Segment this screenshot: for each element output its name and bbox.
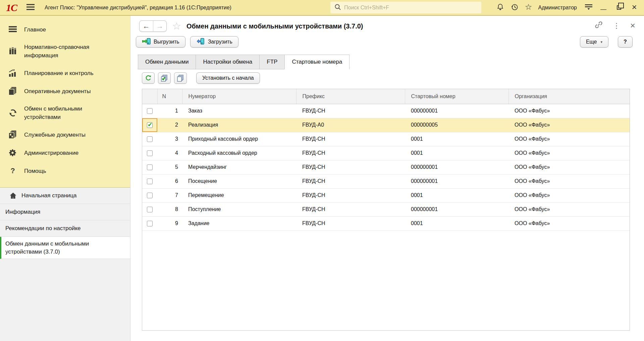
current-user[interactable]: Администратор <box>538 5 577 11</box>
get-link-button[interactable] <box>594 20 603 30</box>
nav-setup-recommendations[interactable]: Рекомендации по настройке <box>0 220 130 237</box>
forward-button[interactable]: → <box>153 21 166 31</box>
restore-button[interactable] <box>611 0 627 15</box>
table-row[interactable]: 5 Мерчендайзинг FВУД-СН 000000001 ООО «Ф… <box>142 160 630 174</box>
table-row[interactable]: 6 Посещение FВУД-СН 000000001 ООО «Фабус… <box>142 174 630 188</box>
nav-home-page[interactable]: Начальная страница <box>0 188 130 204</box>
numerator-cell[interactable]: Заказ <box>182 104 296 118</box>
prefix-cell[interactable]: FВУД-СН <box>296 160 405 174</box>
set-checkboxes-button[interactable] <box>158 72 171 84</box>
prefix-cell[interactable]: FВУД-СН <box>296 132 405 146</box>
row-checkbox[interactable] <box>147 179 153 184</box>
row-checkbox[interactable] <box>147 221 153 226</box>
clear-checkboxes-button[interactable] <box>174 72 187 84</box>
numerator-cell[interactable]: Перемещение <box>182 188 296 202</box>
user-menu-button[interactable] <box>582 0 596 15</box>
numerator-cell[interactable]: Приходный кассовый ордер <box>182 132 296 146</box>
close-panel-button[interactable]: × <box>630 21 635 30</box>
row-checkbox[interactable] <box>147 207 153 212</box>
row-checkbox[interactable] <box>147 150 153 156</box>
history-icon <box>511 3 519 12</box>
table-row[interactable]: 7 Перемещение FВУД-СН 0001 ООО «Фабус» <box>142 188 630 202</box>
row-checkbox[interactable] <box>147 108 153 114</box>
tab-ftp[interactable]: FTP <box>259 55 285 69</box>
sidebar-item-glavnoe[interactable]: Главное <box>0 20 130 39</box>
organization-cell[interactable]: ООО «Фабус» <box>508 202 630 216</box>
minimize-button[interactable]: — <box>596 0 611 15</box>
back-button[interactable]: ← <box>140 21 153 31</box>
favorites-button[interactable]: ☆ <box>522 0 536 15</box>
download-button[interactable]: Загрузить <box>190 36 238 48</box>
organization-cell[interactable]: ООО «Фабус» <box>508 174 630 188</box>
table-row[interactable]: 1 Заказ FВУД-СН 000000001 ООО «Фабус» <box>142 104 630 118</box>
organization-cell[interactable]: ООО «Фабус» <box>508 118 630 132</box>
upload-button[interactable]: Выгрузить <box>136 36 185 48</box>
global-search[interactable] <box>330 2 481 13</box>
organization-cell[interactable]: ООО «Фабус» <box>508 160 630 174</box>
start-number-cell[interactable]: 0001 <box>405 216 508 230</box>
prefix-cell[interactable]: FВУД-А0 <box>296 118 405 132</box>
add-to-favorites-button[interactable]: ☆ <box>172 21 181 31</box>
table-row[interactable]: 3 Приходный кассовый ордер FВУД-СН 0001 … <box>142 132 630 146</box>
prefix-cell[interactable]: FВУД-СН <box>296 146 405 160</box>
close-window-button[interactable]: × <box>627 0 642 15</box>
nav-information[interactable]: Информация <box>0 204 130 220</box>
nav-item-label: Информация <box>5 208 40 216</box>
prefix-cell[interactable]: FВУД-СН <box>296 174 405 188</box>
refresh-button[interactable] <box>142 72 155 84</box>
start-number-cell[interactable]: 000000001 <box>405 174 508 188</box>
start-number-cell[interactable]: 000000001 <box>405 160 508 174</box>
tab-exchange-settings[interactable]: Настройки обмена <box>196 55 260 69</box>
numerator-cell[interactable]: Поступление <box>182 202 296 216</box>
start-number-cell[interactable]: 000000001 <box>405 202 508 216</box>
main-menu-button[interactable] <box>26 3 35 12</box>
sidebar-item-nsi[interactable]: Нормативно-справочная информация <box>0 39 130 64</box>
start-number-cell[interactable]: 0001 <box>405 132 508 146</box>
more-button[interactable]: Еще ▾ <box>580 36 608 48</box>
notifications-button[interactable] <box>493 0 507 15</box>
help-button[interactable]: ? <box>618 36 633 48</box>
sidebar-item-help[interactable]: ? Помощь <box>0 162 130 180</box>
set-initial-button[interactable]: Установить с начала <box>196 72 260 84</box>
organization-cell[interactable]: ООО «Фабус» <box>508 132 630 146</box>
numerator-cell[interactable]: Расходный кассовый ордер <box>182 146 296 160</box>
prefix-cell[interactable]: FВУД-СН <box>296 188 405 202</box>
row-checkbox[interactable] <box>147 164 153 170</box>
prefix-cell[interactable]: FВУД-СН <box>296 216 405 230</box>
sidebar-item-service-docs[interactable]: Служебные документы <box>0 126 130 144</box>
numerator-cell[interactable]: Реализация <box>182 118 296 132</box>
sidebar-item-planning[interactable]: Планирование и контроль <box>0 64 130 82</box>
prefix-cell[interactable]: FВУД-СН <box>296 104 405 118</box>
start-number-cell[interactable]: 0001 <box>405 188 508 202</box>
more-actions-button[interactable]: ⋮ <box>613 22 620 29</box>
table-row[interactable]: 9 Задание FВУД-СН 0001 ООО «Фабус» <box>142 216 630 230</box>
table-row[interactable]: 2 Реализация FВУД-А0 000000005 ООО «Фабу… <box>142 118 630 132</box>
tab-data-exchange[interactable]: Обмен данными <box>138 55 196 69</box>
history-button[interactable] <box>507 0 522 15</box>
start-number-cell[interactable]: 000000001 <box>405 104 508 118</box>
sidebar-item-label: Планирование и контроль <box>24 69 94 77</box>
start-number-cell[interactable]: 0001 <box>405 146 508 160</box>
start-number-cell[interactable]: 000000005 <box>405 118 508 132</box>
tab-start-numbers[interactable]: Стартовые номера <box>284 55 350 69</box>
table-row[interactable]: 4 Расходный кассовый ордер FВУД-СН 0001 … <box>142 146 630 160</box>
organization-cell[interactable]: ООО «Фабус» <box>508 104 630 118</box>
prefix-cell[interactable]: FВУД-СН <box>296 202 405 216</box>
sidebar-item-mobile-exchange[interactable]: Обмен с мобильными устройствами <box>0 100 130 126</box>
row-checkbox[interactable] <box>147 193 153 198</box>
nav-mobile-exchange-window[interactable]: Обмен данными с мобильными устройствами … <box>0 237 130 259</box>
sidebar-item-administration[interactable]: Администрирование <box>0 144 130 162</box>
numerator-cell[interactable]: Посещение <box>182 174 296 188</box>
search-input[interactable] <box>344 5 468 11</box>
numerator-cell[interactable]: Задание <box>182 216 296 230</box>
bar-chart-icon <box>8 68 17 78</box>
organization-cell[interactable]: ООО «Фабус» <box>508 216 630 230</box>
row-checkbox[interactable] <box>147 122 153 128</box>
numerator-cell[interactable]: Мерчендайзинг <box>182 160 296 174</box>
list-toolbar: Установить с начала <box>142 72 644 84</box>
organization-cell[interactable]: ООО «Фабус» <box>508 146 630 160</box>
organization-cell[interactable]: ООО «Фабус» <box>508 188 630 202</box>
sidebar-item-operational-docs[interactable]: Оперативные документы <box>0 82 130 100</box>
row-checkbox[interactable] <box>147 136 153 142</box>
table-row[interactable]: 8 Поступление FВУД-СН 000000001 ООО «Фаб… <box>142 202 630 216</box>
